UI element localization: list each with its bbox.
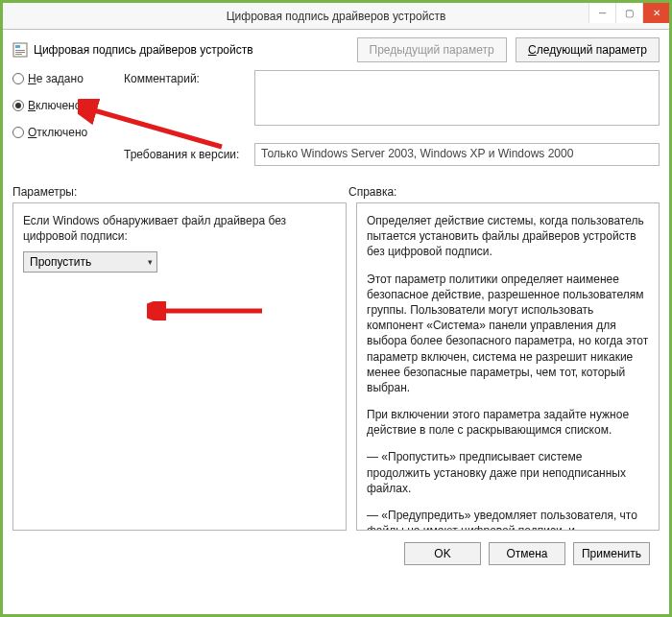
- radio-icon: [12, 127, 24, 138]
- svg-rect-4: [15, 54, 22, 55]
- minimize-button[interactable]: ─: [588, 3, 615, 23]
- policy-icon: [12, 42, 28, 58]
- ok-button[interactable]: OK: [404, 542, 481, 565]
- help-p3: При включении этого параметра задайте ну…: [367, 407, 649, 438]
- radio-not-set-rest: е задано: [36, 72, 84, 85]
- next-param-button[interactable]: Следующий параметр: [516, 37, 660, 62]
- help-p2: Этот параметр политики определяет наимен…: [367, 272, 649, 396]
- radio-disabled[interactable]: Отключено: [12, 126, 118, 139]
- help-label: Справка:: [348, 185, 396, 199]
- prev-param-button[interactable]: Предыдущий параметр: [357, 37, 507, 62]
- close-button[interactable]: ✕: [642, 3, 669, 23]
- help-p4: — «Пропустить» предписывает системе прод…: [367, 449, 649, 496]
- radio-enabled-u: В: [28, 99, 36, 112]
- next-btn-underline: С: [528, 43, 537, 57]
- help-p5: — «Предупредить» уведомляет пользователя…: [367, 508, 649, 531]
- comment-textarea[interactable]: [254, 70, 660, 126]
- requirements-label: Требования к версии:: [124, 148, 249, 161]
- cancel-button[interactable]: Отмена: [489, 542, 565, 565]
- svg-rect-1: [15, 45, 20, 48]
- params-panel: Если Windows обнаруживает файл драйвера …: [12, 202, 347, 531]
- dialog-footer: OK Отмена Применить: [12, 534, 660, 565]
- dropdown-value: Пропустить: [30, 255, 91, 269]
- chevron-down-icon: ▾: [148, 257, 153, 267]
- next-btn-rest: ледующий параметр: [537, 43, 647, 57]
- radio-not-set-u: Н: [28, 72, 36, 85]
- radio-not-configured[interactable]: Не задано: [12, 72, 118, 85]
- header-subtitle: Цифровая подпись драйверов устройств: [34, 43, 253, 57]
- radio-disabled-rest: тключено: [36, 126, 87, 139]
- title-bar: Цифровая подпись драйверов устройств ─ ▢…: [3, 3, 669, 30]
- comment-label: Комментарий:: [124, 70, 249, 85]
- state-radio-group: Не задано Включено Отключено: [12, 70, 118, 139]
- help-panel: Определяет действие системы, когда польз…: [356, 202, 660, 531]
- param-description: Если Windows обнаруживает файл драйвера …: [23, 213, 336, 244]
- radio-enabled-rest: ключено: [36, 99, 81, 112]
- help-p1: Определяет действие системы, когда польз…: [367, 213, 649, 260]
- requirements-value: Только Windows Server 2003, Windows XP и…: [254, 143, 660, 166]
- svg-rect-3: [15, 52, 25, 53]
- header-row: Цифровая подпись драйверов устройств Пре…: [12, 37, 660, 62]
- action-dropdown[interactable]: Пропустить ▾: [23, 251, 157, 273]
- radio-icon: [12, 100, 24, 111]
- window-title: Цифровая подпись драйверов устройств: [227, 10, 446, 23]
- svg-rect-2: [15, 50, 25, 51]
- maximize-button[interactable]: ▢: [615, 3, 642, 23]
- apply-button[interactable]: Применить: [573, 542, 650, 565]
- radio-icon: [12, 73, 24, 84]
- window-controls: ─ ▢ ✕: [588, 3, 669, 23]
- radio-disabled-u: О: [28, 126, 36, 139]
- params-label: Параметры:: [12, 185, 348, 199]
- radio-enabled[interactable]: Включено: [12, 99, 118, 112]
